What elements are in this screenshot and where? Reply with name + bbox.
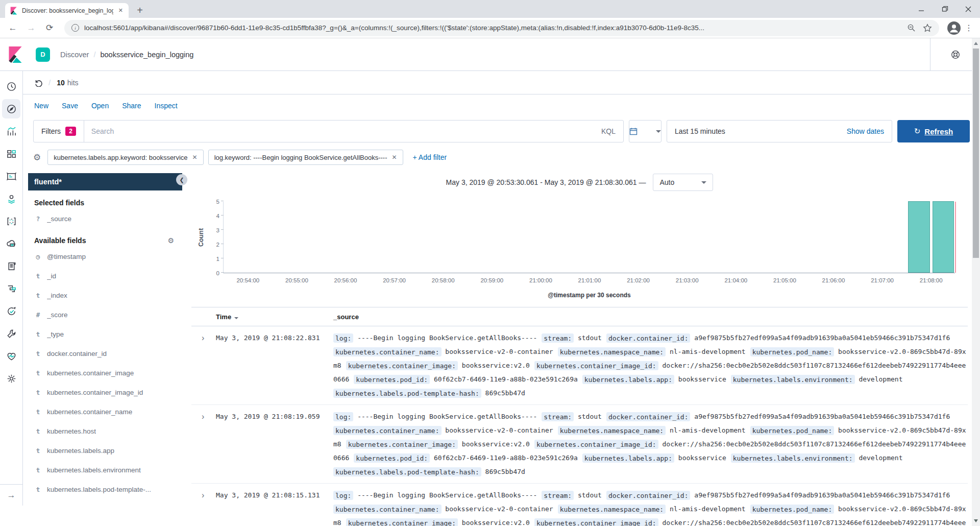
recent-clock-icon[interactable] — [2, 75, 20, 98]
field-item[interactable]: t_index — [28, 285, 182, 305]
tab-close-icon[interactable]: ✕ — [117, 7, 124, 14]
time-column-header[interactable]: Time — [209, 313, 333, 321]
source-field-pair[interactable]: docker.container_id: a9ef9875b5fb27edf09… — [606, 491, 950, 499]
field-item[interactable]: t_id — [28, 266, 182, 285]
field-item[interactable]: ◷@timestamp — [28, 247, 182, 266]
source-field-pair[interactable]: kubernetes.labels.app: booksservice — [582, 454, 726, 462]
time-range-field[interactable]: Last 15 minutes Show dates — [667, 120, 892, 142]
field-item[interactable]: tdocker.container_id — [28, 344, 182, 363]
remove-filter-icon[interactable]: ✕ — [392, 154, 397, 161]
source-field-pair[interactable]: stream: stdout — [542, 491, 602, 499]
field-item[interactable]: t_type — [28, 324, 182, 344]
source-field-pair[interactable]: stream: stdout — [542, 413, 602, 420]
kibana-logo-icon[interactable] — [8, 46, 22, 63]
window-minimize-button[interactable] — [910, 0, 933, 18]
field-item[interactable]: tkubernetes.labels.pod-template-... — [28, 480, 182, 499]
index-pattern-selector[interactable]: fluentd* — [28, 173, 182, 190]
toolbar-link-inspect[interactable]: Inspect — [155, 102, 178, 110]
field-item[interactable]: tkubernetes.labels.version — [28, 499, 182, 506]
nav-monitoring-icon[interactable] — [2, 345, 20, 367]
nav-machine-learning-icon[interactable] — [2, 210, 20, 232]
collapse-sidebar-icon[interactable]: ❮ — [176, 174, 187, 185]
histogram-plot-area[interactable]: 012345Count20:54:0020:55:0020:56:0020:57… — [223, 202, 955, 273]
add-filter-link[interactable]: + Add filter — [413, 153, 447, 161]
field-item[interactable]: tkubernetes.host — [28, 421, 182, 441]
reload-button-icon[interactable]: ⟳ — [43, 21, 56, 35]
filters-dropdown-button[interactable]: Filters 2 — [34, 121, 84, 142]
scrollbar-thumb[interactable] — [973, 49, 979, 258]
space-badge[interactable]: D — [36, 47, 50, 62]
window-close-button[interactable] — [957, 0, 980, 18]
nav-canvas-icon[interactable] — [2, 165, 20, 187]
source-field-pair[interactable]: kubernetes.namespace_name: nl-amis-devel… — [558, 426, 746, 434]
nav-infrastructure-icon[interactable] — [2, 232, 20, 255]
field-item[interactable]: tkubernetes.labels.app — [28, 441, 182, 460]
field-item[interactable]: tkubernetes.container_name — [28, 402, 182, 421]
url-text[interactable]: localhost:5601/app/kibana#/discover/9687… — [84, 24, 900, 32]
filter-pill[interactable]: kubernetes.labels.app.keyword: booksserv… — [47, 150, 203, 165]
source-field-pair[interactable]: log: ----Begin logging BookService.getAl… — [333, 334, 537, 342]
page-scrollbar[interactable] — [972, 38, 980, 526]
source-field-pair[interactable]: kubernetes.container_name: booksservice-… — [333, 426, 553, 434]
source-field-pair[interactable]: kubernetes.labels.environment: developme… — [731, 454, 903, 462]
source-field-pair[interactable]: kubernetes.pod_id: 60f62cb7-6469-11e9-a8… — [354, 454, 577, 462]
browser-tab[interactable]: Discover: booksservice_begin_log ✕ — [5, 3, 129, 18]
source-field-pair[interactable]: log: ----Begin logging BookService.getAl… — [333, 491, 537, 499]
nav-management-icon[interactable] — [2, 367, 20, 390]
new-tab-button[interactable]: + — [133, 3, 147, 17]
nav-dashboard-icon[interactable] — [2, 142, 20, 165]
interval-select[interactable]: Auto — [653, 174, 713, 191]
time-range-value[interactable]: Last 15 minutes — [667, 127, 725, 135]
forward-button-icon[interactable]: → — [24, 21, 38, 35]
nav-visualize-icon[interactable] — [2, 120, 20, 142]
nav-apm-icon[interactable] — [2, 277, 20, 300]
scrollbar-down-icon[interactable] — [972, 517, 980, 525]
source-field-pair[interactable]: docker.container_id: a9ef9875b5fb27edf09… — [606, 413, 950, 420]
source-field-pair[interactable]: kubernetes.pod_id: 60f62cb7-6469-11e9-a8… — [354, 375, 577, 383]
field-item[interactable]: tkubernetes.container_image_id — [28, 382, 182, 402]
field-item[interactable]: #_score — [28, 305, 182, 324]
date-picker-button[interactable] — [629, 120, 662, 142]
source-field-pair[interactable]: kubernetes.container_name: booksservice-… — [333, 505, 553, 513]
browser-profile-avatar[interactable] — [947, 21, 961, 35]
source-field-pair[interactable]: kubernetes.labels.environment: developme… — [731, 375, 903, 383]
field-item[interactable]: tkubernetes.labels.environment — [28, 460, 182, 480]
field-item[interactable]: tkubernetes.container_image — [28, 363, 182, 382]
kql-toggle[interactable]: KQL — [601, 127, 623, 135]
expand-row-icon[interactable]: › — [191, 410, 209, 423]
source-field-pair[interactable]: kubernetes.container_name: booksservice-… — [333, 348, 553, 355]
breadcrumb-app[interactable]: Discover — [60, 51, 89, 59]
source-field-pair[interactable]: log: ----Begin logging BookService.getAl… — [333, 413, 537, 420]
toolbar-link-share[interactable]: Share — [122, 102, 141, 110]
field-settings-gear-icon[interactable]: ⚙ — [167, 236, 174, 245]
page-info-icon[interactable]: i — [71, 24, 79, 32]
scrollbar-up-icon[interactable] — [972, 39, 980, 47]
nav-logs-icon[interactable] — [2, 255, 20, 277]
source-field-pair[interactable]: kubernetes.container_image: booksservice… — [346, 362, 530, 369]
collapse-nav-button[interactable]: → — [0, 484, 22, 506]
source-field-pair[interactable]: kubernetes.container_image: booksservice… — [346, 440, 530, 448]
source-field-pair[interactable]: kubernetes.labels.pod-template-hash: 869… — [333, 389, 525, 397]
remove-filter-icon[interactable]: ✕ — [192, 154, 198, 161]
toolbar-link-save[interactable]: Save — [62, 102, 78, 110]
histogram-bar[interactable] — [908, 201, 930, 273]
nav-dev-tools-icon[interactable] — [2, 322, 20, 345]
toolbar-link-new[interactable]: New — [34, 102, 48, 110]
source-field-pair[interactable]: kubernetes.labels.pod-template-hash: 869… — [333, 468, 525, 475]
source-field-pair[interactable]: stream: stdout — [542, 334, 602, 342]
back-button-icon[interactable]: ← — [6, 21, 19, 35]
refresh-button[interactable]: ↻ Refresh — [897, 120, 970, 142]
address-bar[interactable]: i localhost:5601/app/kibana#/discover/96… — [64, 20, 939, 36]
source-field-pair[interactable]: kubernetes.namespace_name: nl-amis-devel… — [558, 505, 746, 513]
histogram-bar[interactable] — [933, 201, 954, 273]
zoom-page-icon[interactable] — [907, 23, 916, 32]
filter-pill[interactable]: log.keyword: ----Begin logging BookServi… — [208, 150, 403, 165]
filter-options-gear-icon[interactable]: ⚙ — [33, 152, 41, 163]
show-dates-link[interactable]: Show dates — [847, 127, 892, 135]
expand-row-icon[interactable]: › — [191, 331, 209, 345]
history-undo-icon[interactable] — [34, 79, 42, 87]
window-restore-button[interactable] — [933, 0, 957, 18]
bookmark-star-icon[interactable] — [923, 23, 932, 33]
search-input[interactable] — [84, 121, 601, 142]
source-field-pair[interactable]: kubernetes.namespace_name: nl-amis-devel… — [558, 348, 746, 355]
